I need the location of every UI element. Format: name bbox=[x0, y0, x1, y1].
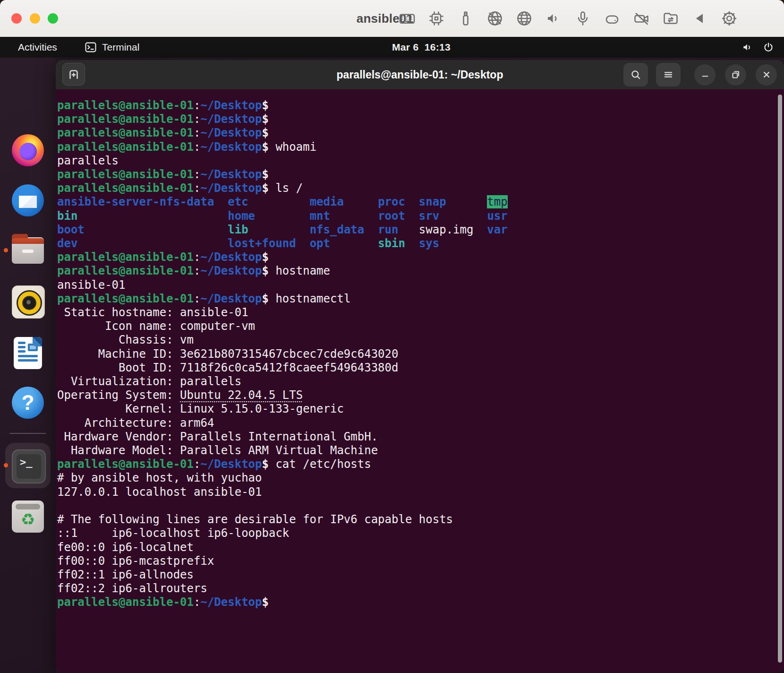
usb-icon[interactable] bbox=[457, 10, 474, 27]
close-button[interactable] bbox=[756, 64, 777, 86]
terminal-line: ansible-server-nfs-data etc media proc s… bbox=[57, 195, 776, 209]
terminal-line: fe00::0 ip6-localnet bbox=[57, 541, 776, 554]
shared-folder-icon[interactable] bbox=[662, 10, 679, 27]
restore-icon bbox=[730, 69, 742, 81]
terminal-line: parallels@ansible-01:~/Desktop$ ls / bbox=[57, 181, 776, 195]
menu-button[interactable] bbox=[656, 63, 681, 86]
terminal-scrollbar[interactable] bbox=[778, 95, 782, 663]
back-triangle-icon[interactable] bbox=[691, 10, 708, 27]
terminal-line: Architecture: arm64 bbox=[57, 416, 776, 430]
dock-item-libreoffice-writer[interactable] bbox=[14, 337, 42, 369]
terminal-line: boot lib nfs_data run swap.img var bbox=[57, 223, 776, 237]
terminal-line: # by ansible host, with yuchao bbox=[57, 471, 776, 485]
terminal-line: parallels bbox=[57, 154, 776, 168]
minimize-button[interactable] bbox=[694, 64, 716, 86]
terminal-line: ::1 ip6-localhost ip6-loopback bbox=[57, 526, 776, 540]
terminal-line: Kernel: Linux 5.15.0-133-generic bbox=[57, 402, 776, 416]
terminal-line: ff02::2 ip6-allrouters bbox=[57, 582, 776, 595]
terminal-line: Chassis: vm bbox=[57, 333, 776, 347]
doc-image-placeholder bbox=[28, 344, 38, 351]
dock-item-terminal[interactable]: >_ bbox=[12, 449, 46, 483]
terminal-line: Hardware Vendor: Parallels International… bbox=[57, 430, 776, 444]
dock-item-help[interactable]: ? bbox=[12, 387, 44, 419]
terminal-line: parallels@ansible-01:~/Desktop$ bbox=[57, 250, 776, 264]
terminal-line: Hardware Model: Parallels ARM Virtual Ma… bbox=[57, 444, 776, 457]
hamburger-menu-icon bbox=[662, 68, 675, 81]
focused-app-label: Terminal bbox=[102, 42, 139, 53]
terminal-line: ff00::0 ip6-mcastprefix bbox=[57, 554, 776, 568]
terminal-line: parallels@ansible-01:~/Desktop$ bbox=[57, 99, 776, 112]
terminal-line: Virtualization: parallels bbox=[57, 375, 776, 388]
dock-item-thunderbird[interactable] bbox=[12, 184, 44, 216]
new-tab-icon bbox=[67, 67, 81, 81]
volume-icon[interactable] bbox=[545, 10, 562, 27]
terminal-output[interactable]: parallels@ansible-01:~/Desktop$parallels… bbox=[56, 89, 784, 673]
parallels-status-icons bbox=[398, 0, 738, 37]
terminal-line: parallels@ansible-01:~/Desktop$ bbox=[57, 168, 776, 181]
dock-item-rhythmbox[interactable] bbox=[12, 285, 45, 319]
dock-item-trash[interactable]: ♻ bbox=[12, 500, 44, 533]
question-mark-glyph: ? bbox=[22, 391, 34, 414]
dock-divider bbox=[9, 433, 46, 434]
terminal-line bbox=[57, 499, 776, 513]
doc-line bbox=[18, 346, 26, 348]
terminal-prompt-glyph: >_ bbox=[17, 454, 41, 479]
terminal-line: parallels@ansible-01:~/Desktop$ bbox=[57, 595, 776, 609]
terminal-line: # The following lines are desirable for … bbox=[57, 513, 776, 526]
doc-line bbox=[18, 359, 38, 362]
terminal-line: Boot ID: 7118f26c0ca5412f8caeef549643380… bbox=[57, 361, 776, 375]
dock: ? >_ ♻ bbox=[0, 58, 56, 673]
terminal-line: ansible-01 bbox=[57, 278, 776, 292]
terminal-headerbar[interactable]: parallels@ansible-01: ~/Desktop bbox=[56, 60, 784, 89]
terminal-line: parallels@ansible-01:~/Desktop$ whoami bbox=[57, 140, 776, 154]
clock[interactable]: Mar 6 16:13 bbox=[392, 37, 451, 58]
terminal-line: dev lost+found opt sbin sys bbox=[57, 237, 776, 250]
recycle-glyph: ♻ bbox=[21, 511, 35, 527]
terminal-app-icon bbox=[84, 41, 97, 54]
gear-icon[interactable] bbox=[720, 10, 738, 27]
speaker-dot bbox=[26, 300, 31, 304]
macos-title-bar: ansible01 bbox=[0, 0, 784, 37]
doc-line bbox=[18, 355, 38, 357]
terminal-line: ff02::1 ip6-allnodes bbox=[57, 568, 776, 582]
cpu-icon[interactable] bbox=[427, 10, 445, 27]
keyboard-icon[interactable] bbox=[398, 10, 416, 27]
files-running-dot bbox=[4, 248, 8, 252]
close-icon bbox=[760, 69, 773, 81]
terminal-line: bin home mnt root srv usr bbox=[57, 209, 776, 223]
terminal-line: 127.0.0.1 localhost ansible-01 bbox=[57, 485, 776, 499]
focused-app-indicator[interactable]: Terminal bbox=[84, 37, 139, 58]
terminal-line: Operating System: Ubuntu 22.04.5 LTS bbox=[57, 388, 776, 402]
disk-icon[interactable] bbox=[603, 10, 621, 27]
restore-button[interactable] bbox=[725, 64, 746, 86]
power-icon bbox=[762, 41, 775, 53]
minimize-icon bbox=[699, 69, 711, 81]
terminal-line: parallels@ansible-01:~/Desktop$ bbox=[57, 112, 776, 126]
microphone-icon[interactable] bbox=[574, 10, 591, 27]
terminal-line: parallels@ansible-01:~/Desktop$ cat /etc… bbox=[57, 457, 776, 471]
doc-line bbox=[18, 350, 26, 353]
macos-zoom-button[interactable] bbox=[48, 13, 58, 24]
search-button[interactable] bbox=[623, 63, 648, 86]
dock-item-files[interactable] bbox=[12, 237, 44, 264]
macos-minimize-button[interactable] bbox=[30, 13, 40, 24]
macos-close-button[interactable] bbox=[11, 13, 22, 24]
terminal-line: Icon name: computer-vm bbox=[57, 319, 776, 333]
terminal-line: Static hostname: ansible-01 bbox=[57, 306, 776, 319]
network-off-icon[interactable] bbox=[486, 10, 503, 27]
globe-icon[interactable] bbox=[515, 10, 533, 27]
new-tab-button[interactable] bbox=[62, 63, 85, 86]
terminal-line: parallels@ansible-01:~/Desktop$ hostname… bbox=[57, 292, 776, 306]
gnome-top-bar: Activities Terminal Mar 6 16:13 bbox=[0, 37, 784, 58]
activities-button[interactable]: Activities bbox=[12, 37, 63, 58]
terminal-line: Machine ID: 3e621b807315467cbcec7cde9c64… bbox=[57, 347, 776, 361]
dock-item-firefox[interactable] bbox=[12, 134, 44, 166]
terminal-window: parallels@ansible-01: ~/Desktop bbox=[56, 60, 784, 673]
camera-off-icon[interactable] bbox=[632, 10, 650, 27]
terminal-line: parallels@ansible-01:~/Desktop$ hostname bbox=[57, 264, 776, 278]
search-icon bbox=[629, 68, 642, 81]
terminal-line: parallels@ansible-01:~/Desktop$ bbox=[57, 126, 776, 140]
terminal-running-dot bbox=[4, 463, 8, 467]
system-tray[interactable] bbox=[741, 37, 775, 58]
terminal-window-title: parallels@ansible-01: ~/Desktop bbox=[337, 69, 503, 81]
